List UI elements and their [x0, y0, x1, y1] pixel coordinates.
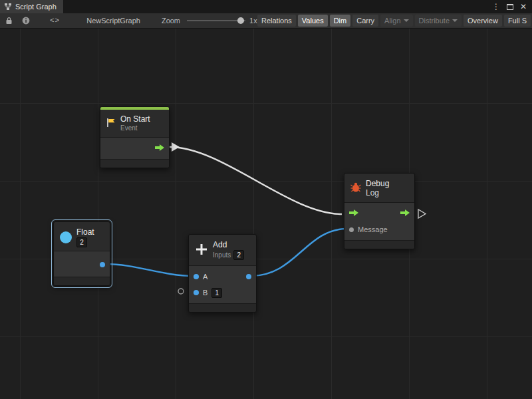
- zoom-slider[interactable]: [187, 17, 245, 25]
- chevron-down-icon: [452, 19, 458, 25]
- unconnected-flow-triangle-icon[interactable]: [418, 209, 426, 218]
- flow-input-port[interactable]: [349, 209, 358, 218]
- node-footer: [189, 304, 256, 312]
- info-icon[interactable]: [22, 17, 30, 25]
- bug-icon: [350, 182, 361, 194]
- zoom-slider-handle[interactable]: [237, 17, 244, 24]
- node-title: On Start: [120, 114, 150, 124]
- node-footer: [100, 160, 169, 168]
- relations-button[interactable]: Relations: [257, 15, 296, 27]
- tab-bar: Script Graph ⋮ ✕: [0, 0, 532, 13]
- port-b-row: B 1: [189, 285, 256, 301]
- tab-title: Script Graph: [15, 3, 57, 11]
- message-input-row: Message: [344, 221, 414, 237]
- lock-icon[interactable]: [5, 17, 13, 25]
- graph-name-label: NewScriptGraph: [86, 17, 140, 25]
- node-subtitle: Event: [120, 124, 150, 132]
- value-output-row: [54, 257, 110, 273]
- dim-button[interactable]: Dim: [330, 15, 351, 27]
- b-port-label: B: [203, 289, 207, 297]
- node-float[interactable]: Float 2: [53, 221, 110, 286]
- zoom-slider-track: [187, 20, 245, 21]
- float-circle-icon: [60, 231, 72, 243]
- node-subtitle: Log: [366, 189, 389, 197]
- graph-icon: [4, 3, 12, 11]
- window-controls: ⋮ ✕: [492, 0, 532, 13]
- tab-script-graph[interactable]: Script Graph: [0, 0, 63, 13]
- align-button[interactable]: Align: [380, 15, 412, 27]
- chevron-down-icon: [404, 19, 409, 25]
- distribute-button[interactable]: Distribute: [415, 15, 462, 27]
- trigger-output-row: [100, 140, 169, 156]
- a-port-label: A: [203, 273, 207, 281]
- toolbar-buttons: Relations Values Dim Carry Align Distrib…: [257, 15, 532, 27]
- message-port-label: Message: [358, 225, 388, 233]
- flow-output-port[interactable]: [400, 209, 410, 218]
- plus-icon: [195, 243, 208, 258]
- node-title: Debug: [366, 179, 389, 188]
- close-icon[interactable]: ✕: [520, 3, 527, 11]
- inputs-label: Inputs: [213, 251, 231, 259]
- overview-button[interactable]: Overview: [464, 15, 502, 27]
- node-title: Float: [76, 227, 94, 237]
- align-label: Align: [384, 17, 400, 25]
- graph-canvas[interactable]: On Start Event: [0, 29, 532, 399]
- menu-icon[interactable]: ⋮: [492, 3, 500, 11]
- sum-output-port[interactable]: [246, 274, 251, 279]
- unconnected-value-circle-icon[interactable]: [178, 289, 184, 294]
- wires-layer: [0, 29, 532, 399]
- value-wire-float-to-add: [105, 264, 193, 276]
- node-title: Add: [213, 240, 244, 249]
- message-input-port[interactable]: [349, 227, 354, 232]
- node-footer: [54, 277, 110, 285]
- maximize-icon[interactable]: [507, 4, 513, 10]
- b-value-field[interactable]: 1: [211, 288, 222, 298]
- distribute-label: Distribute: [419, 17, 450, 25]
- zoom-value: 1x: [249, 17, 257, 25]
- value-wire-add-to-log: [251, 229, 347, 276]
- script-graph-window: Script Graph ⋮ ✕ <> NewScriptGraph Zoom: [0, 0, 532, 399]
- a-input-port[interactable]: [194, 274, 199, 279]
- node-on-start[interactable]: On Start Event: [100, 106, 170, 168]
- carry-button[interactable]: Carry: [352, 15, 378, 27]
- float-value-field[interactable]: 2: [76, 237, 87, 247]
- fullscreen-button[interactable]: Full S: [504, 15, 531, 27]
- node-footer: [344, 241, 414, 249]
- flag-icon: [106, 118, 116, 130]
- value-output-port[interactable]: [100, 262, 105, 267]
- trigger-row: [344, 205, 414, 221]
- flow-wire: [170, 147, 342, 214]
- node-debug-log[interactable]: Debug Log: [344, 173, 415, 249]
- port-a-row: A: [189, 269, 256, 285]
- zoom-label: Zoom: [162, 17, 180, 25]
- node-add[interactable]: Add Inputs 2 A B 1: [188, 234, 257, 313]
- inputs-count-field[interactable]: 2: [233, 250, 244, 260]
- code-view-icon[interactable]: <>: [50, 17, 60, 25]
- flow-output-port[interactable]: [155, 144, 164, 153]
- graph-toolbar: <> NewScriptGraph Zoom 1x Relations Valu…: [0, 13, 532, 29]
- flow-wire-arrow-icon: [172, 142, 180, 152]
- b-input-port[interactable]: [194, 290, 199, 295]
- values-button[interactable]: Values: [298, 15, 328, 27]
